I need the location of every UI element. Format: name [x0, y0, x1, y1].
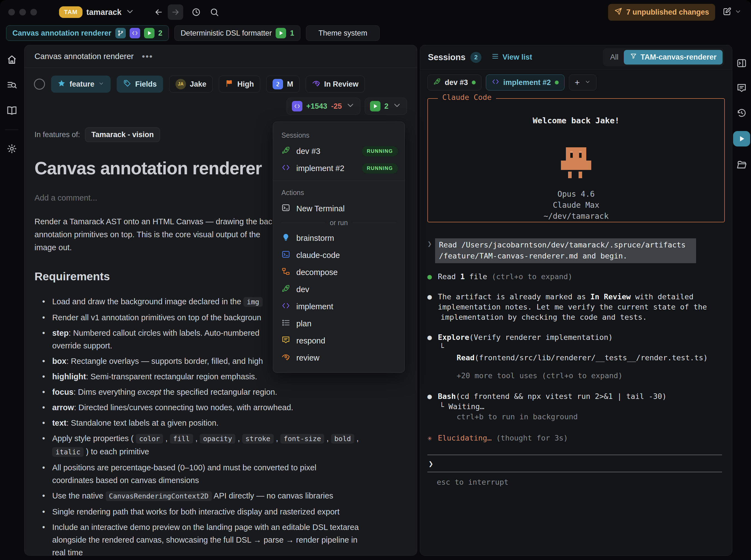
menu-item-review[interactable]: review	[273, 349, 404, 366]
tab-deterministic-dsl-formatter[interactable]: Deterministic DSL formatter 1	[174, 25, 301, 41]
terminal-text: Read 1 file (ctrl+o to expand)	[438, 272, 573, 282]
maximize-window-button[interactable]	[31, 9, 37, 16]
tab-canvas-annotation-renderer[interactable]: Canvas annotation renderer 2	[6, 25, 169, 41]
play-badge-icon	[144, 28, 155, 38]
menu-item-label: brainstorm	[296, 234, 398, 243]
terminal-text: └	[439, 342, 444, 353]
user-prompt-text: Read /Users/jacobarntson/dev/tamarack/.s…	[435, 238, 696, 263]
menu-item-dev[interactable]: dev	[273, 281, 404, 298]
menu-item-label: decompose	[296, 268, 398, 277]
eye-check-icon	[281, 353, 290, 363]
list-item: •All positions are percentage-based (0–1…	[35, 461, 407, 487]
type-label: feature	[70, 80, 94, 88]
run-count: 1	[290, 29, 294, 38]
session-tab-dev-3[interactable]: dev #3	[427, 75, 481, 91]
terminal-output: ●Read 1 file (ctrl+o to expand)●The arti…	[427, 272, 725, 443]
list-item-text: text: Standalone text labels at a given …	[52, 417, 218, 429]
back-arrow-icon[interactable]	[152, 6, 165, 19]
list-icon	[281, 318, 290, 329]
filter-all-button[interactable]: All	[605, 51, 624, 64]
list-item-text: highlight: Semi-transparent rectangular …	[52, 370, 257, 383]
bullet-marker: •	[42, 461, 45, 487]
recent-history-icon[interactable]	[190, 6, 202, 19]
size-chip[interactable]: ϩ M	[266, 76, 300, 93]
features-of-label: In features of:	[35, 131, 80, 139]
window-controls[interactable]	[8, 9, 37, 16]
diff-stats-chip[interactable]: +1543 -25	[286, 98, 360, 115]
app-window: TAM tamarack 7 unpublished changes Canva…	[0, 0, 751, 560]
new-session-button[interactable]: +	[569, 75, 597, 91]
search-icon[interactable]	[208, 6, 221, 19]
chevron-down-icon[interactable]	[734, 8, 742, 16]
priority-chip[interactable]: High	[219, 76, 260, 93]
menu-item-plan[interactable]: plan	[273, 315, 404, 332]
welcome-message: Welcome back Jake!	[533, 116, 619, 125]
fields-chip[interactable]: Fields	[117, 76, 163, 93]
document-header: Canvas annotation renderer •••	[24, 45, 417, 68]
history-icon[interactable]	[735, 106, 748, 119]
chat-bubble-icon[interactable]	[735, 81, 748, 95]
tag-icon	[123, 79, 131, 89]
filter-active-button[interactable]: TAM-canvas-renderer	[624, 50, 723, 64]
terminal-input[interactable]: ❯	[427, 455, 725, 472]
list-item-text: Render all v1 annotation primitives on t…	[52, 311, 261, 324]
view-list-button[interactable]: View list	[491, 53, 532, 62]
type-chip[interactable]: feature	[51, 76, 111, 93]
project-switcher[interactable]: TAM tamarack	[59, 6, 135, 18]
running-dot	[555, 81, 559, 84]
menu-item-brainstorm[interactable]: brainstorm	[273, 229, 404, 247]
status-label: In Review	[324, 80, 359, 88]
run-sessions-chip[interactable]: 2	[365, 98, 407, 115]
unpublished-changes-badge[interactable]: 7 unpublished changes	[608, 4, 715, 21]
forward-arrow-icon[interactable]	[168, 4, 183, 20]
status-chip[interactable]: In Review	[306, 76, 365, 93]
code-badge-icon	[292, 101, 302, 112]
folder-open-icon[interactable]	[735, 158, 748, 171]
tool-bullet: ●	[427, 272, 438, 282]
sidebar-divider	[5, 129, 19, 130]
session-tab-label: dev #3	[445, 78, 468, 87]
assignee-chip[interactable]: JA Jake	[169, 76, 213, 93]
menu-item-new-terminal[interactable]: New Terminal	[273, 200, 404, 217]
menu-item-label: respond	[296, 336, 398, 345]
status-ring-checkbox[interactable]	[34, 79, 45, 89]
rocket-icon	[281, 284, 290, 295]
user-prompt-message: ❯ Read /Users/jacobarntson/dev/tamarack/…	[427, 238, 725, 263]
menu-item-respond[interactable]: respond	[273, 332, 404, 349]
session-tab-implement-2[interactable]: implement #2	[486, 75, 565, 91]
session-filter-toggle: All TAM-canvas-renderer	[603, 48, 724, 66]
list-item: •focus: Dims everything except the speci…	[35, 386, 407, 398]
list-search-icon[interactable]	[5, 78, 19, 92]
play-icon[interactable]	[733, 131, 750, 146]
features-of-chip[interactable]: Tamarack - vision	[85, 127, 160, 142]
compose-menu[interactable]	[722, 7, 742, 17]
gear-icon[interactable]	[5, 142, 19, 155]
edit-icon[interactable]	[722, 7, 732, 17]
topbar-right: 7 unpublished changes	[608, 4, 742, 21]
list-item-text: Load and draw the background image decla…	[52, 295, 262, 308]
book-icon[interactable]	[5, 104, 19, 117]
tool-bullet: ●	[427, 332, 438, 342]
home-icon[interactable]	[5, 53, 19, 66]
menu-item-claude-code[interactable]: claude-code	[273, 247, 404, 264]
tab-theme-system[interactable]: Theme system	[306, 25, 380, 41]
bullet-marker: •	[42, 295, 45, 308]
size-icon: ϩ	[273, 79, 283, 89]
menu-item-session-dev-3[interactable]: dev #3RUNNING	[273, 143, 404, 160]
menu-item-decompose[interactable]: decompose	[273, 264, 404, 281]
funnel-icon	[630, 53, 637, 62]
terminal-text: +20 more tool uses (ctrl+o to expand)	[457, 371, 622, 381]
menu-item-session-implement-2[interactable]: implement #2RUNNING	[273, 160, 404, 177]
panel-terminal-icon[interactable]	[735, 57, 748, 70]
menu-item-implement[interactable]: implement	[273, 298, 404, 315]
minimize-window-button[interactable]	[19, 9, 26, 16]
menu-item-label: dev	[296, 285, 398, 294]
tab-label: Deterministic DSL formatter	[181, 29, 272, 38]
more-menu-icon[interactable]: •••	[142, 52, 153, 61]
top-bar: TAM tamarack 7 unpublished changes	[0, 0, 751, 24]
run-count: 2	[384, 102, 389, 111]
list-item: •Single rendering path that works for bo…	[35, 505, 407, 518]
dropdown-section-label: Actions	[273, 185, 404, 200]
close-window-button[interactable]	[8, 9, 15, 16]
document-header-title: Canvas annotation renderer	[35, 52, 134, 61]
